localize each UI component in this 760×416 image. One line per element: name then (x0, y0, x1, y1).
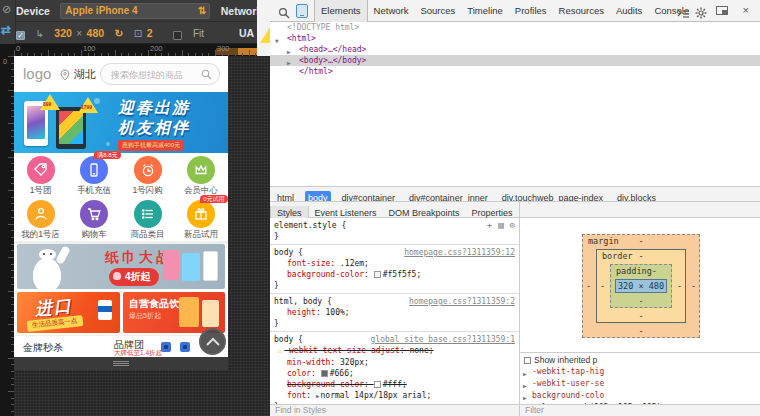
css-property[interactable]: ⚠-webkit-text-size-adjust: none; (274, 345, 515, 357)
tab-network[interactable]: Network (368, 0, 415, 22)
viewport-resize-handle[interactable] (14, 357, 228, 370)
search-box[interactable]: 搜索你想找的商品 (100, 63, 220, 85)
crumb-body[interactable]: body (305, 191, 331, 202)
rule-selector-line: element.style { (274, 220, 515, 231)
property-value: #666; (330, 369, 354, 378)
box-model-content[interactable]: 320 × 480 (615, 279, 667, 293)
dock-side-icon[interactable] (716, 6, 728, 15)
computed-property[interactable]: ▶background-colo (520, 390, 760, 402)
css-property[interactable]: background-color: #f5f5f5; (274, 269, 515, 280)
rule-close-brace: } (274, 231, 515, 242)
property-text: background-color: #f5f5f5; (287, 270, 421, 279)
grid-item-list[interactable]: 商品类目 (121, 197, 174, 241)
toggle-device-mode-icon[interactable] (296, 4, 308, 18)
find-in-styles-input[interactable]: Find in Styles (270, 404, 519, 416)
color-swatch[interactable] (374, 271, 381, 278)
crumb-div-touchweb-page-index[interactable]: div.touchweb_page-index (499, 191, 606, 202)
region-selector[interactable]: 湖北 (74, 67, 96, 82)
ruler-tick (11, 378, 14, 379)
css-property[interactable]: min-width: 320px; (274, 357, 515, 368)
emulate-checkbox[interactable]: ✓ (16, 31, 25, 40)
property-text: background-color: #fff; (287, 380, 407, 389)
box-model-margin[interactable]: margin - - - - border - - - - padding- -… (582, 234, 700, 338)
tab-profiles[interactable]: Profiles (509, 0, 553, 22)
css-property[interactable]: height: 100%; (274, 307, 515, 318)
css-file-link[interactable]: homepage.css?1311359:2 (409, 296, 515, 307)
head-node[interactable]: ▶<head>…</head> (270, 44, 760, 55)
css-selector[interactable]: element.style { (274, 220, 346, 231)
site-logo[interactable]: logo (23, 65, 51, 82)
baymax-promo-banner[interactable]: 纸巾大战 4折起 (17, 244, 225, 289)
element-state-icon[interactable]: ▤ (498, 220, 503, 230)
html-open-node[interactable]: ▼<html> (270, 33, 760, 44)
rotate-icon[interactable]: ↳ (35, 28, 43, 39)
box-model-padding[interactable]: padding- - - - 320 × 480 (610, 264, 672, 308)
computed-property[interactable]: ▶-webkit-user-se (520, 378, 760, 390)
food-promo-banner[interactable]: 自营食品饮料 爆品5折起 (123, 292, 225, 333)
body-node-selected[interactable]: ▶<body>…</body> (270, 55, 760, 66)
crumb-html[interactable]: html (274, 191, 297, 202)
css-property[interactable]: color: #666; (274, 368, 515, 379)
swap-refresh-icon[interactable]: ↻ (115, 27, 124, 39)
color-swatch[interactable] (374, 381, 381, 388)
fit-checkbox[interactable] (173, 31, 182, 40)
product-thumb[interactable] (161, 342, 171, 352)
swap-dimensions-icon[interactable]: ⇄ (1, 23, 11, 37)
tab-resources[interactable]: Resources (553, 0, 610, 22)
html-close-node[interactable]: </html> (270, 66, 760, 77)
css-property[interactable]: background-color: #fff; (274, 379, 515, 390)
color-swatch[interactable] (321, 370, 328, 377)
inspect-search-icon[interactable] (278, 5, 290, 23)
import-promo-banner[interactable]: 进口 生活品质高一点 (17, 292, 120, 333)
computed-property[interactable]: ▶-webkit-tap-hig (520, 366, 760, 378)
viewport-height[interactable]: 480 (87, 27, 105, 39)
property-text: font: ▶normal 14px/18px arial; (287, 391, 431, 400)
target-icon[interactable]: ⊙ (510, 220, 515, 230)
flash-sale-link[interactable]: 金牌秒杀 (23, 341, 63, 355)
hero-banner[interactable]: 899 1799 迎春出游 机友相伴 惠购手机最高减400元 (14, 92, 228, 153)
css-selector[interactable]: body { (274, 247, 303, 258)
grid-item-gift[interactable]: 新品试用0元试用 (175, 197, 228, 241)
tab-elements[interactable]: Elements (314, 0, 368, 22)
devtools-tabbar: ElementsNetworkSourcesTimelineProfilesRe… (270, 0, 760, 22)
ruler-label: 0 (3, 57, 7, 66)
product-thumb[interactable] (180, 342, 190, 352)
css-property[interactable]: font: ▶normal 14px/18px arial; (274, 390, 515, 401)
box-model-border[interactable]: border - - - - padding- - - - 320 × 480 (596, 249, 686, 323)
ruler-label: 300 (217, 44, 230, 53)
grid-item-alarm[interactable]: 1号闪购 (121, 153, 174, 197)
crumb-div-container[interactable]: div#container (339, 191, 399, 202)
product-image (163, 250, 179, 280)
dpr-value[interactable]: 2 (147, 27, 153, 39)
grid-item-label: 商品类目 (121, 229, 174, 241)
block-overrides-icon[interactable]: ⊘ (2, 3, 11, 16)
show-inherited-checkbox[interactable]: Show inherited p (520, 353, 760, 366)
rule-selector-line: body {homepage.css?1311359:12 (274, 247, 515, 258)
tab-audits[interactable]: Audits (610, 0, 648, 22)
grid-item-phone[interactable]: 手机充值满8.8元 (68, 153, 121, 197)
expand-arrow-icon[interactable]: ▶ (316, 392, 320, 399)
grid-item-tag[interactable]: 1号团 (14, 153, 67, 197)
css-selector[interactable]: body { (274, 334, 303, 345)
settings-gear-icon[interactable] (695, 5, 707, 23)
crumb-div-container-inner[interactable]: div#container_inner (406, 191, 491, 202)
close-icon[interactable]: × (743, 4, 749, 16)
grid-item-cart[interactable]: 购物车 (68, 197, 121, 241)
grid-item-crown[interactable]: 会员中心 (175, 153, 228, 197)
device-select[interactable]: Apple iPhone 4⇅ (60, 3, 210, 19)
grid-item-person[interactable]: 我的1号店 (14, 197, 67, 241)
tab-sources[interactable]: Sources (414, 0, 461, 22)
console-drawer-icon[interactable] (677, 5, 690, 23)
css-file-link[interactable]: global_site_base.css?1311359:1 (371, 334, 516, 345)
computed-filter-input[interactable]: Filter (520, 404, 760, 416)
tab-timeline[interactable]: Timeline (461, 0, 509, 22)
viewport-width[interactable]: 320 (54, 27, 72, 39)
css-file-link[interactable]: homepage.css?1311359:12 (404, 247, 515, 258)
new-rule-icon[interactable]: + (487, 220, 492, 230)
crumb-div-blocks[interactable]: div.blocks (614, 191, 659, 202)
css-property[interactable]: font-size: .12em; (274, 258, 515, 269)
css-selector[interactable]: html, body { (274, 296, 332, 307)
doctype-node[interactable]: <!DOCTYPE html> (270, 22, 760, 33)
checkbox-icon[interactable] (524, 357, 531, 364)
back-to-top-button[interactable] (199, 328, 226, 355)
